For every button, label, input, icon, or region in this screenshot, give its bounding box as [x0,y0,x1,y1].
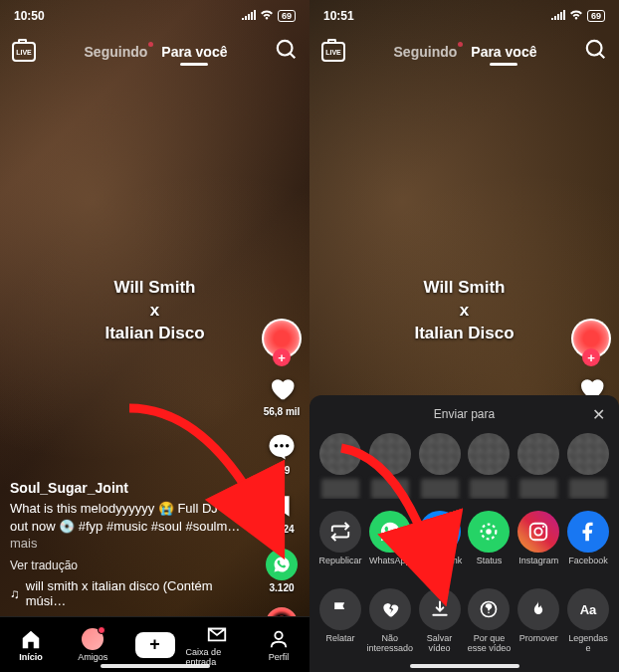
profile-icon [268,628,290,650]
music-note-icon: ♫ [10,586,20,601]
tab-following[interactable]: Seguindo [85,44,148,60]
action-not-interested[interactable]: Não interessado [367,588,413,654]
action-save-video[interactable]: Salvar vídeo [417,588,463,654]
home-icon [20,628,42,650]
translate-link[interactable]: Ver tradução [10,559,254,572]
repost-icon [319,511,361,553]
right-action-rail: + 56,8 mil 319 9.524 3.120 [262,319,302,639]
search-icon[interactable] [276,39,298,65]
contact-item[interactable] [317,433,363,499]
share-whatsapp[interactable]: WhatsApp [367,511,413,576]
feed-tabs: Seguindo Para você [394,44,537,60]
contact-item[interactable] [367,433,413,499]
question-icon [468,588,510,630]
tab-for-you[interactable]: Para você [471,44,536,60]
music-row[interactable]: ♫ will smith x italian disco (Contém mús… [10,578,254,608]
signal-icon [551,9,565,23]
video-text-overlay: Will Smith x Italian Disco [414,277,514,345]
action-why-video[interactable]: Por que esse vídeo [466,588,512,654]
close-icon[interactable]: ✕ [589,405,607,423]
contact-item[interactable] [565,433,611,499]
author-name[interactable]: Soul_Sugar_Joint [10,480,254,496]
like-count: 56,8 mil [264,406,301,417]
svg-point-2 [280,444,284,448]
svg-point-3 [286,444,290,448]
save-button[interactable]: 9.524 [266,490,298,535]
inbox-icon [206,623,228,645]
contact-item[interactable] [466,433,512,499]
action-promote[interactable]: Promover [516,588,561,654]
contact-item[interactable] [417,433,463,499]
save-count: 9.524 [269,524,294,535]
share-button[interactable]: 3.120 [266,549,298,593]
wifi-icon [569,9,583,23]
nav-create[interactable]: + [123,632,185,658]
share-repost[interactable]: Republicar [317,511,363,576]
caption-area: Soul_Sugar_Joint What is this melodyyyyy… [10,480,254,608]
link-icon [419,511,461,553]
friends-avatar-icon [82,628,103,650]
right-action-rail: + [571,319,611,404]
action-captions[interactable]: Aa Legendas e traduções [565,588,611,654]
top-nav: LIVE Seguindo Para você [310,28,619,76]
download-icon [419,588,461,630]
live-icon[interactable]: LIVE [321,42,345,62]
wifi-icon [260,9,274,23]
facebook-icon [567,511,609,553]
left-screenshot: 10:50 69 LIVE Seguindo Para você Will Sm… [0,0,310,672]
comment-button[interactable]: 319 [266,431,298,476]
author-avatar[interactable]: + [571,319,611,358]
broken-heart-icon [369,588,411,630]
share-actions-row: Relatar Não interessado Salvar vídeo Por… [317,588,611,654]
follow-plus-icon[interactable]: + [582,348,600,366]
flag-icon [319,588,361,630]
signal-icon [242,9,256,23]
share-sheet: Enviar para ✕ Republicar WhatsApp Copiar… [310,395,619,672]
flame-icon [517,588,559,630]
comment-icon [266,431,298,463]
contacts-row [317,433,611,499]
share-count: 3.120 [269,582,294,593]
status-right: 69 [551,9,605,23]
tab-for-you[interactable]: Para você [161,44,227,60]
share-status[interactable]: Status [466,511,512,576]
create-plus-icon: + [135,632,175,658]
like-button[interactable]: 56,8 mil [264,372,301,417]
instagram-icon [517,511,559,553]
whatsapp-share-icon [266,549,298,580]
music-title: will smith x italian disco (Contém músi… [26,578,254,608]
comment-count: 319 [274,465,291,476]
top-nav: LIVE Seguindo Para você [0,28,310,76]
status-icon [468,511,510,553]
contact-item[interactable] [516,433,561,499]
svg-point-5 [487,529,493,535]
nav-profile[interactable]: Perfil [248,628,310,662]
share-copy-link[interactable]: Copiar Link [417,511,463,576]
sheet-title: Enviar para [317,407,611,421]
svg-point-8 [542,526,544,528]
status-bar: 10:51 69 [310,0,619,28]
home-indicator [410,664,519,668]
author-avatar[interactable]: + [262,319,302,358]
heart-icon [266,372,298,404]
notification-dot [458,42,463,47]
battery-icon: 69 [278,10,296,22]
status-right: 69 [242,9,296,23]
live-icon[interactable]: LIVE [12,42,36,62]
share-instagram[interactable]: Instagram [516,511,561,576]
caption-text[interactable]: What is this melodyyyyyy 😭 Full DJ set o… [10,500,254,553]
home-indicator [101,664,210,668]
clock: 10:50 [14,9,45,23]
share-facebook[interactable]: Facebook [565,511,611,576]
follow-plus-icon[interactable]: + [273,348,291,366]
captions-icon: Aa [567,588,609,630]
tab-following[interactable]: Seguindo [394,44,458,60]
action-report[interactable]: Relatar [317,588,363,654]
svg-point-7 [535,528,542,535]
right-screenshot: 10:51 69 LIVE Seguindo Para você Will Sm… [310,0,619,672]
share-apps-row: Republicar WhatsApp Copiar Link Status I… [317,511,611,576]
nav-inbox[interactable]: Caixa de entrada [186,623,248,667]
search-icon[interactable] [585,39,607,65]
nav-home[interactable]: Início [0,628,62,662]
nav-friends[interactable]: Amigos [62,628,123,662]
